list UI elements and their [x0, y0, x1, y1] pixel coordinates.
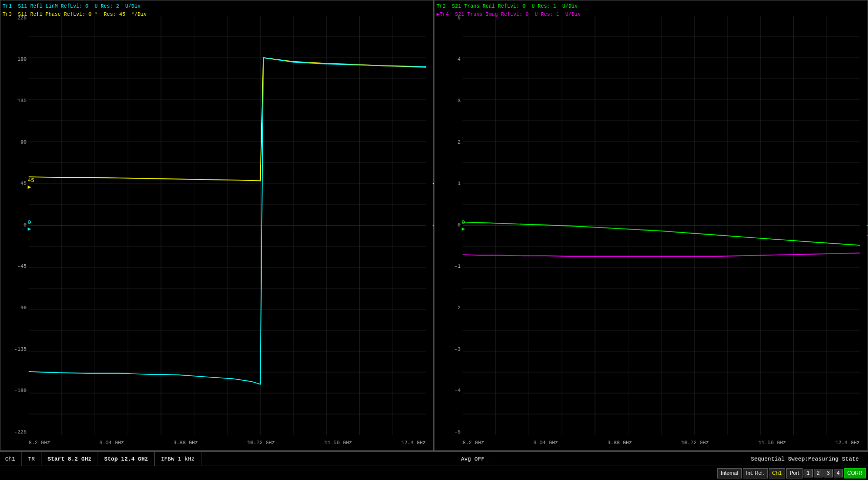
- ch-indicator: Ch1: [3, 452, 22, 466]
- status-bar: Ch1 TR Start 8.2 GHz Stop 12.4 GHz IFBW …: [0, 451, 868, 466]
- tr2-label: Tr2 S21 Trans Real RefLvl: 0 U Res: 1 U/…: [437, 3, 581, 11]
- port-button[interactable]: Port: [786, 468, 803, 478]
- left-chart-area: [29, 16, 426, 435]
- avg-status: Avg OFF: [455, 452, 491, 466]
- main-container: Tr1 S11 Refl LinM RefLvl: 0 U Res: 2 U/D…: [0, 0, 868, 480]
- bottom-bar: Internal Int. Ref. Ch1 Port 1 2 3 4 CORR: [0, 466, 868, 480]
- right-y-axis: 5 4 3 2 1 0 -1 -2 -3 -4 -5: [435, 16, 463, 435]
- left-x-axis: 8.2 GHz 9.04 GHz 9.88 GHz 10.72 GHz 11.5…: [29, 435, 426, 450]
- left-plot-panel: Tr1 S11 Refl LinM RefLvl: 0 U Res: 2 U/D…: [0, 0, 434, 451]
- right-x-axis: 8.2 GHz 9.04 GHz 9.88 GHz 10.72 GHz 11.5…: [463, 435, 860, 450]
- right-trace-header: Tr2 S21 Trans Real RefLvl: 0 U Res: 1 U/…: [437, 3, 581, 19]
- tr3-label: Tr3 S11 Refl Phase RefLvl: 0 ° Res: 45 °…: [3, 11, 147, 19]
- port-1-button[interactable]: 1: [804, 469, 813, 477]
- port-2-button[interactable]: 2: [814, 469, 823, 477]
- tr4-label: ▶Tr4 S21 Trans Imag RefLvl: 0 U Res: 1 U…: [437, 11, 581, 19]
- port-3-button[interactable]: 3: [824, 469, 833, 477]
- right-chart-area: [463, 16, 860, 435]
- port-4-button[interactable]: 4: [834, 469, 843, 477]
- stop-freq: Stop 12.4 GHz: [98, 452, 155, 466]
- tr1-label: Tr1 S11 Refl LinM RefLvl: 0 U Res: 2 U/D…: [3, 3, 147, 11]
- sweep-state: Sequential Sweep:Measuring State: [745, 452, 865, 466]
- corr-button[interactable]: CORR: [844, 468, 866, 478]
- ch1-button[interactable]: Ch1: [769, 468, 785, 478]
- left-trace-header: Tr1 S11 Refl LinM RefLvl: 0 U Res: 2 U/D…: [3, 3, 147, 19]
- internal-button[interactable]: Internal: [717, 468, 741, 478]
- left-y-axis: 225 180 135 90 45 0 -45 -90 -135 -180 -2…: [1, 16, 29, 435]
- left-chart-svg: [29, 16, 426, 435]
- right-plot-panel: Tr2 S21 Trans Real RefLvl: 0 U Res: 1 U/…: [434, 0, 868, 451]
- plots-area: Tr1 S11 Refl LinM RefLvl: 0 U Res: 2 U/D…: [0, 0, 868, 451]
- start-freq: Start 8.2 GHz: [41, 452, 98, 466]
- right-chart-svg: [463, 16, 860, 435]
- tr-indicator: TR: [22, 452, 41, 466]
- int-ref-button[interactable]: Int. Ref.: [743, 468, 768, 478]
- ifbw: IFBW 1 kHz: [155, 452, 201, 466]
